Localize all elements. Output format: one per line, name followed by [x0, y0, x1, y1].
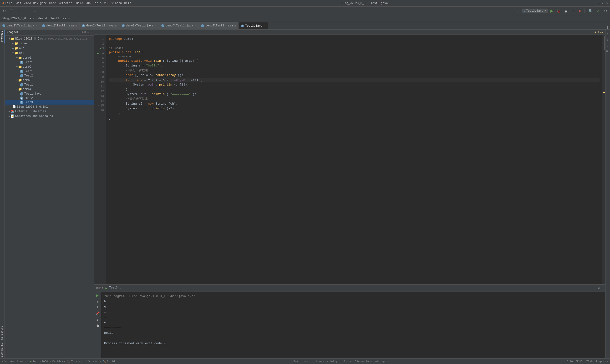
tab-close-2[interactable]: ✕: [75, 24, 77, 27]
run-status[interactable]: ▶ Run: [30, 360, 37, 363]
sidebar-collapse-icon[interactable]: –: [87, 30, 89, 34]
tab-close-1[interactable]: ✕: [36, 24, 37, 27]
terminal-status[interactable]: ⬛ Terminal: [67, 360, 84, 363]
search-btn[interactable]: 🔍: [587, 8, 594, 14]
tree-demo4-test1[interactable]: J Test1.java: [5, 92, 94, 96]
menu-vcs[interactable]: VCS: [104, 2, 109, 5]
problems-status[interactable]: ⚠ Problems: [50, 360, 65, 363]
fold-8[interactable]: –: [100, 70, 101, 75]
tree-idea-folder[interactable]: ▶ 📁 .idea: [5, 41, 94, 46]
breadcrumb-test3[interactable]: Test3: [51, 17, 59, 20]
tree-out-folder[interactable]: ▶ 📁 out: [5, 46, 94, 51]
tree-iml-file[interactable]: 📄 Blog_J2023_8_6.iml: [5, 104, 94, 109]
tab-demo2-test1[interactable]: J demo2\Test1.java ✕: [40, 22, 79, 29]
run-config[interactable]: ☕ Test3.java ▾: [522, 9, 548, 13]
stop-run-btn[interactable]: ■: [96, 299, 99, 304]
menu-bar[interactable]: File Edit View Navigate Code Refactor Bu…: [5, 2, 131, 5]
tab-close-7[interactable]: ✕: [264, 24, 265, 27]
toolbar-collapse-btn[interactable]: –: [32, 8, 37, 14]
run-arrow-4[interactable]: ▶: [97, 51, 99, 56]
tab-test3[interactable]: J Test3.java ✕: [238, 22, 268, 29]
sort-btn[interactable]: ↕: [96, 317, 99, 322]
tab-demo2-test2[interactable]: J demo2\Test2.java ✕: [79, 22, 119, 29]
editor-scrollbar[interactable]: [602, 35, 605, 285]
tree-src-folder[interactable]: ▼ 📁 src: [5, 51, 94, 55]
toolbar-list-btn[interactable]: ☰: [8, 8, 14, 14]
side-tab-project[interactable]: Project: [0, 29, 4, 43]
breadcrumb-project[interactable]: Blog_J2023_8_6: [2, 17, 26, 20]
run-panel-minimize-icon[interactable]: –: [601, 286, 603, 290]
menu-view[interactable]: View: [24, 2, 31, 5]
git-btn[interactable]: ✓: [596, 8, 601, 14]
tab-demo1-test1[interactable]: J demo1\Test1.java ✕: [0, 22, 40, 29]
tab-demo3-test1[interactable]: J demo3\Test1.java ✕: [119, 22, 159, 29]
tab-demo4-test2[interactable]: J demo4\Test2.java ✕: [199, 22, 238, 29]
app-menu[interactable]: J File Edit View Navigate Code Refactor …: [2, 1, 131, 5]
breadcrumb-src[interactable]: src: [29, 17, 35, 20]
forward-btn[interactable]: →: [514, 8, 520, 14]
fold-10[interactable]: –: [98, 79, 100, 84]
fold-15[interactable]: –: [98, 104, 100, 108]
build-status[interactable]: 🔨 Build: [103, 360, 115, 363]
menu-tools[interactable]: Tools: [93, 2, 102, 5]
side-tab-bookmarks[interactable]: Bookmarks: [0, 341, 4, 358]
scroll-thumb[interactable]: [604, 36, 605, 50]
toolbar-settings-btn[interactable]: ⚙: [1, 8, 7, 14]
menu-refactor[interactable]: Refactor: [58, 2, 72, 5]
breadcrumb-main[interactable]: main: [63, 17, 70, 20]
rerun-btn[interactable]: ▶: [96, 293, 100, 298]
run-tab-test3[interactable]: Test3: [109, 286, 118, 290]
window-controls[interactable]: — ☐ ✕: [598, 1, 608, 5]
scroll-end-btn[interactable]: ⤓: [96, 305, 99, 310]
tab-close-4[interactable]: ✕: [155, 24, 156, 27]
sidebar-header-icons[interactable]: ⚙ ⊞ – ✕: [82, 30, 92, 34]
menu-help[interactable]: Help: [124, 2, 131, 5]
maximize-button[interactable]: ☐: [602, 1, 604, 5]
tree-demo3-test1[interactable]: J Test1: [5, 83, 94, 87]
tree-demo1-folder[interactable]: ▼ 📁 demo1: [5, 55, 94, 60]
profile-btn[interactable]: ⊞: [570, 8, 576, 14]
toolbar-layout-btn[interactable]: ⊞: [15, 8, 21, 14]
tree-demo3-folder[interactable]: ▼ 📁 demo3: [5, 78, 94, 83]
tree-scratches[interactable]: ▶ 📝 Scratches and Consoles: [5, 114, 94, 119]
sidebar-minimize-icon[interactable]: ✕: [90, 30, 92, 34]
run-button[interactable]: ▶: [549, 8, 554, 13]
run-tab-close[interactable]: ✕: [120, 286, 121, 290]
tab-demo4-test1[interactable]: J demo4\Test1.java ✕: [159, 22, 199, 29]
charset-status[interactable]: UTF-8: [585, 360, 593, 363]
breadcrumb-demo4[interactable]: demo4: [38, 17, 47, 20]
coverage-btn[interactable]: ◉: [563, 8, 569, 14]
run-arrow-3[interactable]: ▶: [100, 46, 101, 51]
version-control-status[interactable]: ✓ Version Control: [2, 360, 28, 363]
menu-navigate[interactable]: Navigate: [33, 2, 47, 5]
menu-window[interactable]: Window: [112, 2, 122, 5]
menu-run[interactable]: Run: [86, 2, 91, 5]
tree-ext-libs[interactable]: ▶ 📚 External Libraries: [5, 109, 94, 114]
run-config-dropdown[interactable]: ▾: [544, 9, 546, 13]
indent-status[interactable]: 4 spaces: [596, 360, 608, 363]
menu-build[interactable]: Build: [75, 2, 83, 5]
code-editor[interactable]: 1 2 ▶ 3 ▶ – 4 5 6 7 –: [94, 35, 605, 285]
line-col-status[interactable]: 7:10: [566, 360, 572, 363]
tab-close-6[interactable]: ✕: [234, 24, 236, 27]
warning-nav-down[interactable]: ∨: [602, 30, 603, 34]
fold-4[interactable]: –: [100, 51, 101, 56]
tree-demo4-test2[interactable]: J Test2: [5, 96, 94, 100]
toolbar-more-btn[interactable]: ⋮: [22, 8, 28, 14]
menu-edit[interactable]: Edit: [14, 2, 21, 5]
stop-btn[interactable]: ■: [577, 8, 582, 14]
sidebar-layout-icon[interactable]: ⊞: [85, 30, 87, 34]
side-tab-structure[interactable]: Structure: [0, 324, 4, 341]
todo-status[interactable]: ☑ TODO: [39, 360, 48, 363]
debug-button[interactable]: 🐞: [556, 9, 562, 13]
crlf-status[interactable]: CRLF: [576, 360, 582, 363]
tab-overflow-btn[interactable]: ⋮: [606, 26, 609, 29]
run-panel-settings-icon[interactable]: ⚙: [598, 286, 600, 290]
minimize-button[interactable]: —: [598, 1, 600, 5]
tree-demo4-test3[interactable]: J Test3: [5, 100, 94, 104]
tree-demo2-test1[interactable]: J Test1: [5, 69, 94, 74]
tab-close-5[interactable]: ✕: [195, 24, 196, 27]
tree-demo1-test1[interactable]: J Test1: [5, 60, 94, 65]
warning-nav-up[interactable]: ∧: [600, 30, 602, 34]
filter-btn[interactable]: 🗑: [95, 323, 100, 328]
